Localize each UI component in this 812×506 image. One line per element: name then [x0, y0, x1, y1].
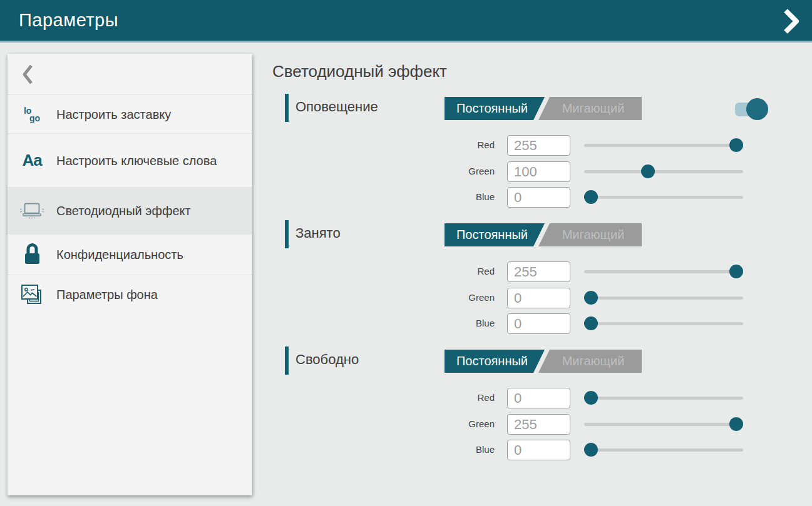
green-value-input[interactable]	[507, 414, 570, 435]
app-header: Параметры	[0, 0, 812, 41]
slider-thumb[interactable]	[641, 164, 655, 178]
mode-option-blinking-label[interactable]: Мигающий	[545, 223, 642, 246]
section-alert: Оповещение Постоянный Мигающий Red Green…	[0, 93, 812, 218]
rgb-label: Blue	[401, 318, 495, 328]
mode-segmented-control: Постоянный Мигающий	[445, 97, 642, 120]
slider-thumb[interactable]	[729, 417, 743, 431]
mode-option-blinking-label[interactable]: Мигающий	[545, 97, 642, 120]
chevron-right-icon[interactable]	[782, 8, 801, 35]
green-slider[interactable]	[584, 288, 743, 308]
mode-option-constant-label[interactable]: Постоянный	[445, 350, 540, 373]
section-accent-bar	[285, 94, 289, 122]
chevron-left-icon	[21, 64, 34, 85]
blue-value-input[interactable]	[507, 187, 570, 208]
rgb-row-green: Green	[0, 161, 812, 182]
slider-track	[584, 296, 743, 300]
red-slider[interactable]	[584, 388, 743, 408]
blue-value-input[interactable]	[507, 313, 570, 334]
mode-segmented-control: Постоянный Мигающий	[445, 350, 642, 373]
rgb-label: Green	[401, 292, 495, 303]
green-value-input[interactable]	[507, 288, 570, 308]
section-accent-bar	[285, 220, 289, 248]
blue-slider[interactable]	[584, 440, 743, 460]
rgb-row-red: Red	[0, 135, 812, 156]
rgb-label: Red	[401, 139, 495, 150]
sidebar-back-button[interactable]	[8, 54, 252, 95]
slider-thumb[interactable]	[584, 190, 598, 204]
slider-track	[584, 144, 743, 147]
mode-option-blinking-label[interactable]: Мигающий	[545, 350, 642, 373]
slider-thumb[interactable]	[729, 265, 743, 278]
slider-track	[584, 270, 743, 273]
rgb-row-blue: Blue	[0, 187, 812, 208]
rgb-label: Red	[401, 266, 495, 276]
content-title: Светодиодный эффект	[272, 62, 447, 81]
mode-option-constant-label[interactable]: Постоянный	[445, 223, 540, 246]
rgb-row-green: Green	[0, 414, 812, 435]
red-slider[interactable]	[584, 261, 743, 282]
slider-thumb[interactable]	[584, 291, 598, 305]
mode-segmented-control: Постоянный Мигающий	[445, 223, 642, 246]
rgb-row-red: Red	[0, 388, 812, 408]
section-label: Оповещение	[296, 99, 378, 115]
section-free: Свободно Постоянный Мигающий Red Green B…	[0, 345, 812, 470]
section-label: Свободно	[296, 352, 359, 368]
mode-option-constant-label[interactable]: Постоянный	[445, 97, 540, 120]
section-accent-bar	[285, 347, 289, 375]
red-value-input[interactable]	[507, 135, 570, 156]
red-value-input[interactable]	[507, 388, 570, 408]
rgb-label: Red	[401, 392, 495, 403]
rgb-label: Green	[401, 166, 495, 176]
page-title: Параметры	[19, 10, 118, 31]
rgb-row-blue: Blue	[0, 313, 812, 334]
slider-thumb[interactable]	[584, 443, 598, 457]
blue-slider[interactable]	[584, 313, 743, 334]
slider-track	[584, 196, 743, 199]
green-slider[interactable]	[584, 161, 743, 182]
header-accent-strip	[0, 41, 812, 43]
toggle-thumb	[746, 98, 768, 120]
rgb-row-blue: Blue	[0, 440, 812, 460]
slider-track	[584, 397, 743, 400]
red-slider[interactable]	[584, 135, 743, 156]
rgb-row-red: Red	[0, 261, 812, 282]
slider-track	[584, 170, 743, 173]
slider-thumb[interactable]	[584, 316, 598, 330]
green-slider[interactable]	[584, 414, 743, 435]
blue-value-input[interactable]	[507, 440, 570, 460]
alert-enabled-toggle[interactable]	[735, 98, 769, 123]
rgb-row-green: Green	[0, 288, 812, 308]
blue-slider[interactable]	[584, 187, 743, 208]
rgb-label: Blue	[401, 191, 495, 202]
slider-track	[584, 322, 743, 325]
rgb-label: Blue	[401, 444, 495, 455]
rgb-label: Green	[401, 418, 495, 429]
slider-thumb[interactable]	[729, 138, 743, 152]
green-value-input[interactable]	[507, 161, 570, 182]
red-value-input[interactable]	[507, 261, 570, 282]
slider-thumb[interactable]	[584, 391, 598, 405]
slider-track	[584, 448, 743, 452]
slider-track	[584, 423, 743, 426]
section-busy: Занято Постоянный Мигающий Red Green Blu…	[0, 219, 812, 344]
section-label: Занято	[296, 225, 341, 241]
